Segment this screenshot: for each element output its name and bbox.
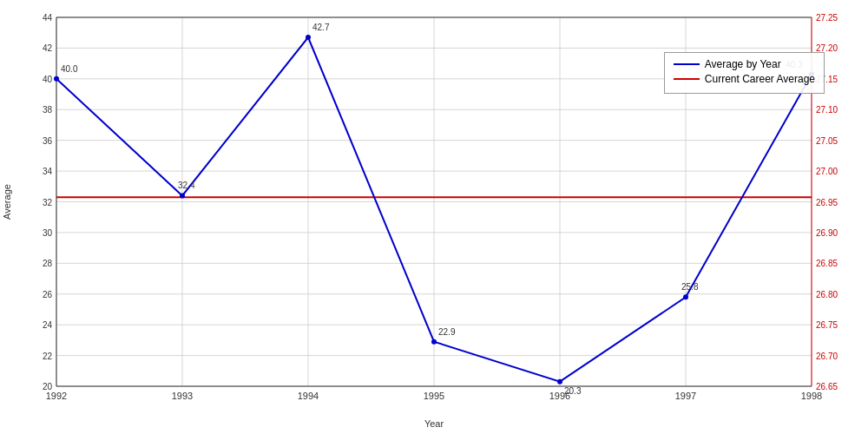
- svg-point-60: [54, 76, 59, 82]
- svg-text:26.70: 26.70: [816, 352, 838, 361]
- svg-point-68: [557, 379, 562, 385]
- svg-text:40: 40: [43, 75, 53, 84]
- svg-text:27.10: 27.10: [816, 105, 838, 115]
- legend-item-career: Current Career Average: [674, 73, 815, 85]
- svg-text:1995: 1995: [424, 391, 444, 401]
- svg-text:1993: 1993: [172, 391, 193, 401]
- svg-text:42.7: 42.7: [312, 23, 330, 32]
- svg-point-64: [306, 35, 311, 40]
- svg-text:26: 26: [43, 290, 53, 299]
- svg-text:26.90: 26.90: [816, 228, 838, 238]
- svg-text:32.4: 32.4: [178, 181, 195, 190]
- legend-line-red: [674, 78, 700, 80]
- svg-text:38: 38: [43, 105, 53, 115]
- svg-text:1997: 1997: [675, 391, 696, 401]
- svg-text:34: 34: [43, 167, 53, 176]
- chart-legend: Average by Year Current Career Average: [664, 52, 825, 94]
- svg-text:42: 42: [43, 43, 53, 53]
- legend-line-blue: [674, 63, 700, 65]
- svg-text:26.75: 26.75: [816, 320, 838, 330]
- svg-text:27.00: 27.00: [816, 167, 838, 176]
- svg-text:26.80: 26.80: [816, 290, 838, 299]
- svg-point-62: [180, 193, 185, 198]
- svg-text:1992: 1992: [46, 391, 67, 401]
- svg-point-70: [683, 294, 688, 299]
- svg-point-66: [431, 339, 437, 345]
- svg-text:36: 36: [43, 136, 53, 146]
- svg-text:24: 24: [43, 320, 53, 330]
- svg-text:Year: Year: [424, 418, 444, 429]
- svg-text:28: 28: [43, 259, 53, 268]
- svg-text:40.0: 40.0: [61, 64, 78, 74]
- legend-item-average: Average by Year: [674, 58, 815, 70]
- svg-text:30: 30: [43, 228, 53, 238]
- svg-text:26.95: 26.95: [816, 198, 838, 207]
- svg-text:22.9: 22.9: [438, 327, 456, 337]
- svg-text:22: 22: [43, 352, 53, 361]
- svg-text:27.05: 27.05: [816, 136, 838, 146]
- chart-container: 2022242628303234363840424427.2527.2027.1…: [0, 0, 868, 434]
- svg-text:26.85: 26.85: [816, 259, 838, 268]
- svg-text:1998: 1998: [801, 391, 822, 401]
- legend-label-career: Current Career Average: [705, 73, 815, 85]
- legend-label-average: Average by Year: [705, 58, 781, 70]
- svg-text:44: 44: [43, 13, 53, 23]
- svg-text:32: 32: [43, 198, 53, 207]
- svg-text:25.8: 25.8: [681, 282, 699, 292]
- svg-text:1994: 1994: [298, 391, 319, 401]
- svg-text:Average: Average: [2, 184, 12, 220]
- svg-text:27.25: 27.25: [816, 13, 838, 23]
- svg-text:20.3: 20.3: [564, 386, 582, 396]
